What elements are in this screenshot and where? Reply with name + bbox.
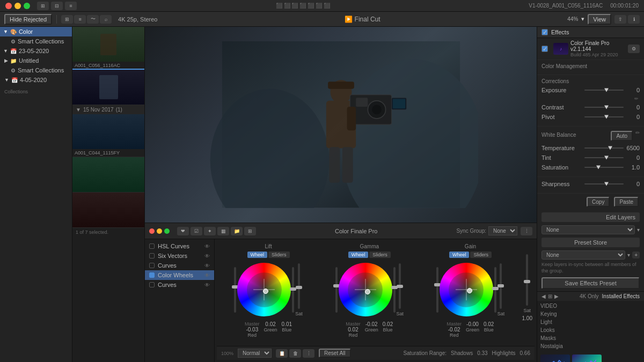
cwp-icon-6[interactable]: ⊞ bbox=[244, 227, 256, 235]
gain-wheel-color[interactable] bbox=[440, 263, 493, 316]
lift-sat-slider[interactable]: Sat bbox=[295, 260, 303, 319]
cwp-layer-color-wheels[interactable]: Color Wheels 👁 bbox=[145, 270, 214, 280]
effects-checkbox[interactable]: ✓ bbox=[541, 29, 548, 35]
close-button[interactable] bbox=[5, 3, 12, 9]
bottom-icon-3[interactable]: ⋮ bbox=[303, 349, 314, 358]
effects-nav-icons[interactable]: ◀ ⊞ ▶ bbox=[541, 293, 559, 299]
cat-video[interactable]: VIDEO bbox=[540, 302, 641, 310]
lift-right-slider[interactable] bbox=[292, 260, 294, 319]
filmstrip-view-btn[interactable]: ⊞ bbox=[61, 15, 73, 24]
browser-clip-4[interactable] bbox=[72, 157, 144, 193]
gamma-left-track[interactable] bbox=[335, 267, 338, 313]
cwp-icon-3[interactable]: ✦ bbox=[204, 227, 216, 235]
gain-right-slider[interactable] bbox=[494, 260, 496, 319]
save-effects-preset-button[interactable]: Save Effects Preset bbox=[541, 277, 640, 289]
effect-item-colorfinale[interactable]: ColorFinale bbox=[540, 354, 570, 362]
wheel-gain-tabs[interactable]: Wheel Sliders bbox=[449, 252, 492, 258]
six-vectors-eye-icon[interactable]: 👁 bbox=[204, 253, 210, 259]
gamma-sat-slider[interactable]: Sat bbox=[397, 260, 404, 319]
wb-auto-area[interactable]: Auto ✏ bbox=[610, 130, 640, 142]
cwp-icon-2[interactable]: ☑ bbox=[191, 227, 202, 235]
auto-button[interactable]: Auto bbox=[611, 131, 633, 141]
cwp-layer-curves-2[interactable]: Curves 👁 bbox=[145, 280, 214, 290]
sidebar-item-color[interactable]: ▼ 🎨 Color bbox=[0, 27, 72, 36]
cwp-close[interactable] bbox=[149, 228, 155, 234]
none-select-2[interactable]: None bbox=[541, 250, 625, 260]
wheel-lift-tab-sliders[interactable]: Sliders bbox=[268, 252, 290, 258]
wheel-gain-tab-wheel[interactable]: Wheel bbox=[449, 252, 470, 258]
lift-wheel-color[interactable] bbox=[237, 263, 291, 316]
waveform-view-btn[interactable]: 〜 bbox=[87, 15, 99, 24]
colorwheels-checkbox[interactable] bbox=[149, 272, 155, 278]
cat-keying[interactable]: Keying bbox=[540, 310, 641, 318]
wheel-lift-tabs[interactable]: Wheel Sliders bbox=[247, 252, 290, 258]
cwp-icon-4[interactable]: ▦ bbox=[217, 227, 229, 235]
gain-right-track[interactable] bbox=[494, 267, 496, 313]
curves2-checkbox[interactable] bbox=[149, 282, 155, 287]
curves2-eye-icon[interactable]: 👁 bbox=[204, 282, 210, 288]
add-small-btn[interactable]: + bbox=[632, 252, 640, 258]
hide-rejected-button[interactable]: Hide Rejected bbox=[4, 14, 52, 25]
lift-right-track[interactable] bbox=[292, 267, 294, 313]
gain-left-track[interactable] bbox=[436, 267, 438, 313]
gamma-sat-track[interactable] bbox=[399, 263, 401, 309]
cwp-icon-1[interactable]: ❤ bbox=[177, 227, 189, 235]
effects-nav-icon-2[interactable]: ⊞ bbox=[548, 293, 552, 299]
hsl-checkbox[interactable] bbox=[149, 243, 155, 249]
window-controls[interactable]: ⊞ ⊟ ≡ bbox=[5, 2, 77, 10]
overall-sat-track[interactable] bbox=[526, 254, 528, 306]
eyedropper-icon[interactable]: ✏ bbox=[635, 130, 640, 142]
cwp-more-icon[interactable]: ⋮ bbox=[521, 227, 532, 235]
sidebar-item-untitled[interactable]: ▶ 📁 Untitled bbox=[0, 56, 72, 65]
cwp-layer-hsl[interactable]: HSL Curves 👁 bbox=[145, 241, 214, 251]
gamma-right-track[interactable] bbox=[393, 267, 396, 313]
search-view-btn[interactable]: ⌕ bbox=[100, 15, 112, 24]
bottom-tool-icons[interactable]: 📋 🗑 ⋮ bbox=[276, 349, 314, 358]
cwp-window-controls[interactable] bbox=[149, 228, 170, 234]
browser-clip-2-selected[interactable] bbox=[72, 70, 144, 105]
hsl-eye-icon[interactable]: 👁 bbox=[204, 243, 210, 249]
gamma-wheel-color[interactable] bbox=[339, 263, 392, 316]
cwp-layer-six-vectors[interactable]: Six Vectors 👁 bbox=[145, 251, 214, 261]
cat-nostalgia[interactable]: Nostalgia bbox=[540, 342, 641, 350]
sidebar-item-date-1[interactable]: ▼ 📅 23-05-2020 bbox=[0, 46, 72, 56]
bottom-icon-2[interactable]: 🗑 bbox=[289, 349, 301, 358]
curves1-checkbox[interactable] bbox=[149, 263, 155, 268]
wheel-gamma-tabs[interactable]: Wheel Sliders bbox=[348, 252, 391, 258]
lift-sat-track[interactable] bbox=[298, 263, 300, 309]
cat-looks[interactable]: Looks bbox=[540, 326, 641, 334]
bottom-icon-1[interactable]: 📋 bbox=[276, 349, 288, 358]
tint-slider[interactable] bbox=[584, 154, 624, 161]
copy-button[interactable]: Copy bbox=[587, 197, 610, 207]
tab-4k-only[interactable]: 4K Only bbox=[580, 293, 599, 299]
tab-installed-effects[interactable]: Installed Effects bbox=[602, 293, 640, 299]
saturation-slider[interactable] bbox=[584, 164, 624, 171]
fullscreen-button[interactable] bbox=[24, 3, 30, 9]
pencil-icon[interactable]: ✏ bbox=[634, 96, 639, 101]
temperature-slider[interactable] bbox=[584, 144, 624, 152]
plugin-settings-icon[interactable]: ⚙ bbox=[628, 45, 640, 53]
effect-item-colorfinale-pro[interactable]: ColorFinalePro bbox=[572, 354, 602, 362]
info-icon[interactable]: ℹ bbox=[628, 15, 640, 24]
wheel-gamma-tab-wheel[interactable]: Wheel bbox=[348, 252, 369, 258]
six-vectors-checkbox[interactable] bbox=[149, 253, 155, 258]
gain-left-slider[interactable] bbox=[436, 260, 438, 319]
sidebar-item-smart-collections-2[interactable]: ⚙ Smart Collections bbox=[0, 65, 72, 75]
edit-layers-button[interactable]: Edit Layers bbox=[541, 212, 640, 222]
gamma-right-slider[interactable] bbox=[393, 260, 396, 319]
sidebar-item-date-2[interactable]: ▼ 📅 4-05-2020 bbox=[0, 75, 72, 85]
exposure-slider[interactable] bbox=[584, 86, 624, 94]
sharpness-slider[interactable] bbox=[584, 180, 624, 188]
browser-clip-5[interactable] bbox=[72, 193, 144, 228]
effects-tabs[interactable]: 4K Only Installed Effects bbox=[580, 293, 640, 299]
effects-nav-icon-3[interactable]: ▶ bbox=[554, 293, 559, 299]
wheel-gamma-tab-sliders[interactable]: Sliders bbox=[369, 252, 391, 258]
paste-button[interactable]: Paste bbox=[614, 197, 639, 207]
curves1-eye-icon[interactable]: 👁 bbox=[204, 263, 210, 269]
pivot-slider[interactable] bbox=[584, 113, 624, 121]
contrast-slider[interactable] bbox=[584, 104, 624, 111]
overall-sat-slider[interactable]: Sat bbox=[523, 254, 531, 313]
lift-left-slider[interactable] bbox=[234, 260, 236, 319]
gain-sat-track[interactable] bbox=[500, 263, 502, 309]
wheel-lift-tab-wheel[interactable]: Wheel bbox=[247, 252, 268, 258]
